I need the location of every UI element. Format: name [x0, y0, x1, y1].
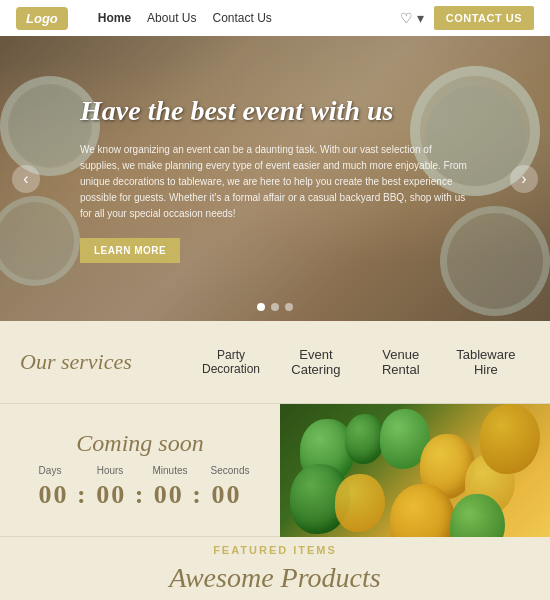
service-label: PartyDecoration	[202, 348, 260, 376]
service-tableware-hire[interactable]: Tableware Hire	[442, 339, 530, 385]
nav-about[interactable]: About Us	[147, 11, 196, 25]
label-minutes: Minutes	[150, 465, 190, 476]
nav-home[interactable]: Home	[98, 11, 131, 25]
learn-more-button[interactable]: LEARN MORE	[80, 238, 180, 263]
main-nav: Home About Us Contact Us	[98, 11, 272, 25]
logo[interactable]: Logo	[16, 7, 68, 30]
coming-soon-image	[280, 404, 550, 537]
hero-title: Have the best event with us	[80, 94, 470, 128]
services-list: PartyDecoration Event Catering Venue Ren…	[170, 339, 530, 385]
hero-banner: ‹ Have the best event with us We know or…	[0, 36, 550, 321]
featured-label: FEATURED ITEMS	[213, 544, 337, 556]
services-section: Our services PartyDecoration Event Cater…	[0, 321, 550, 403]
service-label: Event Catering	[291, 347, 340, 377]
service-event-catering[interactable]: Event Catering	[272, 339, 360, 385]
header: Logo Home About Us Contact Us ♡ ▾ CONTAC…	[0, 0, 550, 36]
contact-button[interactable]: CONTACT US	[434, 6, 534, 30]
nav-contact[interactable]: Contact Us	[212, 11, 271, 25]
coming-soon-title: Coming soon	[76, 430, 203, 457]
hero-pagination	[257, 303, 293, 311]
label-days: Days	[30, 465, 70, 476]
featured-section: FEATURED ITEMS Awesome Products	[0, 536, 550, 600]
service-party-decoration[interactable]: PartyDecoration	[190, 340, 272, 384]
dot-1[interactable]	[257, 303, 265, 311]
countdown-timer: 00 : 00 : 00 : 00	[39, 480, 242, 510]
hero-prev-button[interactable]: ‹	[12, 165, 40, 193]
hero-description: We know organizing an event can be a dau…	[80, 142, 470, 222]
coming-soon-section: Coming soon Days Hours Minutes Seconds 0…	[0, 403, 550, 536]
hero-next-button[interactable]: ›	[510, 165, 538, 193]
label-seconds: Seconds	[210, 465, 250, 476]
header-actions: ♡ ▾ CONTACT US	[400, 6, 534, 30]
countdown-labels: Days Hours Minutes Seconds	[30, 465, 250, 476]
services-title: Our services	[20, 349, 170, 375]
countdown-container: Coming soon Days Hours Minutes Seconds 0…	[0, 404, 280, 536]
dot-2[interactable]	[271, 303, 279, 311]
hero-content: Have the best event with us We know orga…	[0, 74, 550, 283]
featured-title: Awesome Products	[169, 562, 380, 594]
favorites-icon[interactable]: ♡ ▾	[400, 10, 424, 26]
label-hours: Hours	[90, 465, 130, 476]
service-label: Tableware Hire	[456, 347, 515, 377]
dot-3[interactable]	[285, 303, 293, 311]
service-venue-rental[interactable]: Venue Rental	[360, 339, 442, 385]
service-label: Venue Rental	[382, 347, 420, 377]
